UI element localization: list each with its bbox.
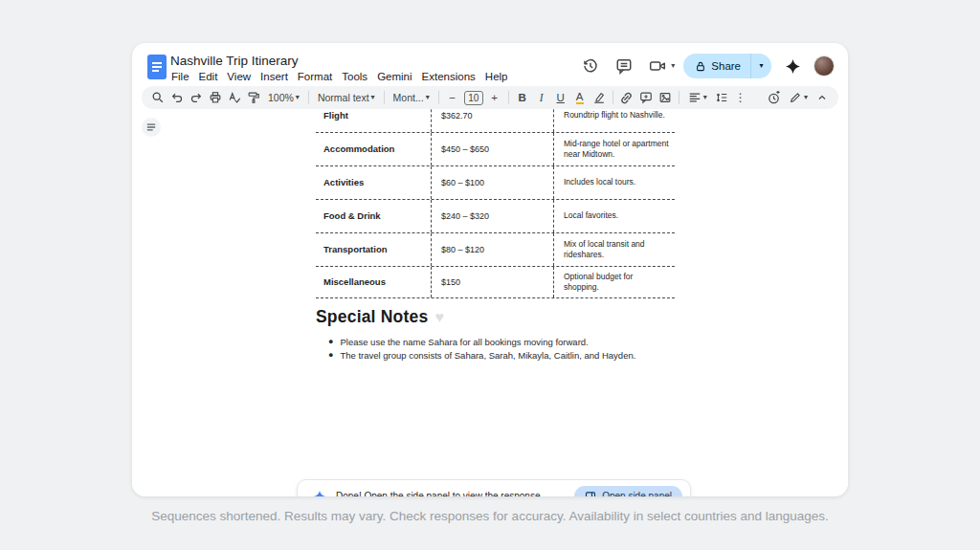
text-color-button[interactable]: A (571, 88, 589, 107)
menu-insert[interactable]: Insert (256, 70, 293, 83)
insert-link-icon[interactable] (618, 88, 635, 107)
table-cell-note[interactable]: Roundtrip flight to Nashville. (553, 109, 675, 132)
chevron-down-icon: ▾ (371, 94, 375, 101)
table-row: Miscellaneous $150 Optional budget for s… (316, 267, 675, 298)
share-button-label: Share (711, 60, 741, 72)
video-call-icon[interactable] (645, 54, 670, 78)
more-toolbar-options-button[interactable]: ⋮ (732, 88, 749, 107)
chevron-down-icon: ▾ (296, 94, 300, 101)
heart-emoji-icon: ♥ (434, 310, 444, 325)
toolbar: 100%▾ Normal text▾ Mont...▾ − 10 + B I U… (142, 86, 838, 109)
bullet-icon: ● (328, 336, 333, 349)
hide-menus-button[interactable] (813, 88, 831, 107)
share-caret-button[interactable]: ▾ (750, 54, 771, 78)
paint-format-icon[interactable] (245, 88, 262, 107)
menu-format[interactable]: Format (293, 70, 337, 83)
outline-icon (146, 122, 156, 132)
table-cell-note[interactable]: Mid-range hotel or apartment near Midtow… (553, 133, 675, 165)
side-panel-icon (585, 491, 596, 497)
gemini-status-text: Done! Open the side panel to view the re… (336, 491, 540, 496)
table-cell-cost[interactable]: $80 – $120 (431, 233, 553, 266)
table-cell-note[interactable]: Mix of local transit and rideshares. (553, 233, 675, 266)
gemini-sparkle-icon[interactable] (780, 54, 805, 78)
table-row: Activities $60 – $100 Includes local tou… (316, 166, 675, 200)
share-button[interactable]: Share (683, 54, 750, 78)
increase-font-size-button[interactable]: + (486, 88, 503, 107)
underline-button[interactable]: U (552, 88, 569, 107)
font-select[interactable]: Mont...▾ (390, 88, 434, 107)
table-row: Food & Drink $240 – $320 Local favorites… (316, 200, 675, 233)
table-cell-category[interactable]: Miscellaneous (316, 267, 431, 297)
print-icon[interactable] (207, 88, 224, 107)
menu-help[interactable]: Help (480, 70, 513, 83)
spellcheck-icon[interactable] (226, 88, 243, 107)
disclaimer-text: Sequences shortened. Results may vary. C… (0, 509, 980, 523)
table-cell-cost[interactable]: $240 – $320 (431, 200, 553, 232)
table-row: Transportation $80 – $120 Mix of local t… (316, 233, 675, 267)
table-cell-note[interactable]: Local favorites. (553, 200, 675, 232)
decrease-font-size-button[interactable]: − (444, 88, 461, 107)
chevron-down-icon: ▾ (703, 94, 707, 101)
table-cell-category[interactable]: Activities (316, 166, 431, 199)
chevron-up-icon (816, 92, 828, 103)
chevron-down-icon: ▾ (804, 94, 808, 101)
gemini-panel: Done! Open the side panel to view the re… (297, 479, 691, 496)
table-row: Accommodation $450 – $650 Mid-range hote… (316, 133, 675, 166)
table-cell-cost[interactable]: $362.70 (431, 109, 553, 132)
align-select[interactable]: ▾ (684, 88, 711, 107)
share-button-group: Share ▾ (683, 54, 771, 78)
redo-icon[interactable] (188, 88, 205, 107)
align-left-icon (688, 91, 702, 104)
pencil-icon (789, 91, 802, 104)
chevron-down-icon: ▾ (426, 94, 430, 101)
notes-list: ●Please use the name Sahara for all book… (316, 336, 675, 363)
menu-view[interactable]: View (222, 70, 256, 83)
table-cell-category[interactable]: Accommodation (316, 133, 431, 165)
font-size-input[interactable]: 10 (463, 88, 484, 107)
editing-mode-select[interactable]: ▾ (785, 88, 812, 107)
table-cell-category[interactable]: Food & Drink (316, 200, 431, 232)
document-title[interactable]: Nashville Trip Itinerary (170, 54, 299, 68)
bullet-icon: ● (328, 349, 333, 363)
menu-extensions[interactable]: Extensions (417, 70, 480, 83)
version-history-icon[interactable] (578, 54, 603, 78)
highlight-color-icon[interactable] (590, 88, 608, 107)
italic-button[interactable]: I (533, 88, 550, 107)
docs-logo-icon[interactable] (146, 54, 167, 80)
document-canvas[interactable]: Flight $362.70 Roundtrip flight to Nashv… (132, 109, 848, 496)
document-outline-button[interactable] (142, 118, 161, 137)
table-cell-note[interactable]: Optional budget for shopping. (553, 267, 675, 297)
add-comment-icon[interactable] (637, 88, 655, 107)
video-call-caret-icon[interactable]: ▾ (671, 62, 675, 70)
lock-icon (695, 60, 706, 73)
avatar[interactable] (813, 55, 835, 77)
menu-file[interactable]: File (167, 70, 194, 83)
search-menus-icon[interactable] (149, 88, 167, 107)
menu-gemini[interactable]: Gemini (372, 70, 416, 83)
list-item[interactable]: ●The travel group consists of Sahara, Sa… (316, 349, 675, 363)
menu-tools[interactable]: Tools (337, 70, 372, 83)
table-row: Flight $362.70 Roundtrip flight to Nashv… (316, 109, 675, 133)
table-cell-cost[interactable]: $60 – $100 (431, 166, 553, 199)
table-cell-category[interactable]: Flight (316, 109, 431, 132)
undo-icon[interactable] (168, 88, 186, 107)
table-cell-cost[interactable]: $450 – $650 (431, 133, 553, 165)
table-cell-note[interactable]: Includes local tours. (553, 166, 675, 199)
table-cell-category[interactable]: Transportation (316, 233, 431, 266)
menu-edit[interactable]: Edit (194, 70, 223, 83)
zoom-select[interactable]: 100%▾ (264, 88, 303, 107)
comments-icon[interactable] (612, 54, 636, 78)
budget-table: Flight $362.70 Roundtrip flight to Nashv… (316, 109, 675, 298)
section-heading[interactable]: Special Notes (316, 307, 428, 327)
insert-image-icon[interactable] (657, 88, 674, 107)
app-window: Nashville Trip Itinerary File Edit View … (132, 43, 848, 496)
table-cell-cost[interactable]: $150 (431, 267, 553, 297)
paragraph-style-select[interactable]: Normal text▾ (314, 88, 379, 107)
bold-button[interactable]: B (514, 88, 531, 107)
line-spacing-icon[interactable] (713, 88, 730, 107)
open-side-panel-button[interactable]: Open side panel (574, 486, 682, 497)
menu-bar: File Edit View Insert Format Tools Gemin… (167, 70, 512, 83)
activity-icon[interactable] (766, 88, 783, 107)
list-item[interactable]: ●Please use the name Sahara for all book… (316, 336, 675, 349)
gemini-sparkle-icon (313, 490, 326, 497)
